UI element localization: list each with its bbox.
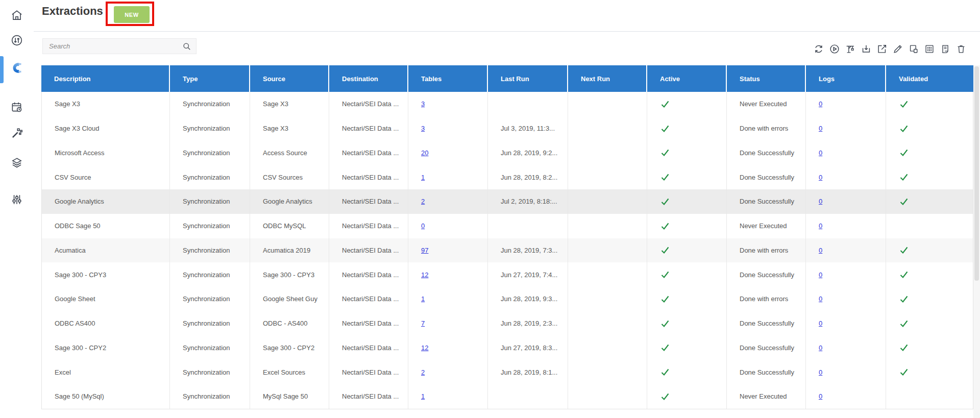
logs-link[interactable]: 0 [819, 198, 822, 205]
logs-link[interactable]: 0 [819, 247, 822, 254]
sidebar-item-tools[interactable] [10, 127, 23, 140]
table-row[interactable]: Sage 300 - CPY2 Synchronization Sage 300… [42, 336, 973, 360]
table-row[interactable]: ODBC Sage 50 Synchronization ODBC MySQL … [42, 214, 973, 238]
tables-link[interactable]: 12 [421, 344, 428, 352]
sidebar-item-transfers[interactable] [10, 34, 23, 47]
validated-check-icon [899, 294, 909, 304]
column-header-description[interactable]: Description [41, 65, 169, 92]
cell-next-run [568, 336, 647, 360]
table-row[interactable]: ODBC AS400 Synchronization ODBC - AS400 … [42, 311, 973, 336]
tables-link[interactable]: 0 [421, 222, 425, 230]
column-header-status[interactable]: Status [726, 65, 805, 92]
tables-link[interactable]: 12 [421, 271, 428, 279]
column-header-source[interactable]: Source [249, 65, 328, 92]
tables-link[interactable]: 1 [421, 174, 425, 181]
sidebar-item-schedules[interactable] [10, 101, 23, 114]
logs-link[interactable]: 0 [819, 319, 822, 327]
logs-link[interactable]: 0 [819, 149, 822, 157]
tables-link[interactable]: 3 [421, 125, 425, 132]
cell-last-run: Jun 27, 2019, 7:4... [487, 262, 568, 287]
column-header-next-run[interactable]: Next Run [567, 65, 646, 92]
tables-link[interactable]: 20 [421, 149, 428, 157]
table-row[interactable]: Sage 50 (MySql) Synchronization MySql Sa… [42, 384, 973, 409]
cell-description: ODBC Sage 50 [42, 214, 169, 238]
cell-type: Synchronization [169, 360, 250, 384]
build-button[interactable] [845, 43, 856, 55]
cell-status: Done with errors [726, 116, 805, 141]
cell-next-run [568, 116, 647, 141]
tables-link[interactable]: 1 [421, 392, 425, 400]
cell-type: Synchronization [169, 262, 250, 287]
import-button[interactable] [861, 43, 872, 55]
tables-link[interactable]: 3 [421, 100, 425, 108]
logs-link[interactable]: 0 [819, 100, 822, 108]
cell-status: Done Successfully [726, 336, 805, 360]
column-header-validated[interactable]: Validated [885, 65, 973, 92]
logs-link[interactable]: 0 [819, 174, 822, 181]
logs-link[interactable]: 0 [819, 222, 822, 230]
table-row[interactable]: Sage 300 - CPY3 Synchronization Sage 300… [42, 262, 973, 287]
table-row[interactable]: CSV Source Synchronization CSV Sources N… [42, 165, 973, 189]
table-row[interactable]: Google Sheet Synchronization Google Shee… [42, 287, 973, 311]
cell-last-run: Jul 3, 2019, 11:3... [487, 116, 568, 141]
search-input[interactable] [43, 39, 196, 54]
table-row[interactable]: Sage X3 Synchronization Sage X3 Nectari/… [42, 92, 973, 116]
table-row[interactable]: Sage X3 Cloud Synchronization Sage X3 Ne… [42, 116, 973, 141]
cell-description: Google Analytics [42, 189, 169, 214]
cell-destination: Nectari/SEI Data ... [329, 165, 408, 189]
sidebar-item-home[interactable] [10, 9, 23, 22]
refresh-button[interactable] [813, 43, 824, 55]
column-header-type[interactable]: Type [169, 65, 249, 92]
sidebar-item-settings[interactable] [10, 193, 23, 206]
logs-link[interactable]: 0 [819, 368, 822, 376]
grid-button[interactable] [924, 43, 935, 55]
log-button[interactable] [940, 43, 951, 55]
tables-link[interactable]: 2 [421, 368, 425, 376]
scrollbar-thumb[interactable] [974, 66, 979, 281]
table-row[interactable]: Google Analytics Synchronization Google … [42, 189, 973, 214]
delete-button[interactable] [955, 43, 967, 55]
cell-status: Done Successfully [726, 262, 805, 287]
cell-source: CSV Sources [250, 165, 329, 189]
search-icon[interactable] [182, 41, 192, 52]
table-row[interactable]: Microsoft Access Synchronization Access … [42, 141, 973, 165]
tables-link[interactable]: 2 [421, 198, 425, 205]
table-body: Sage X3 Synchronization Sage X3 Nectari/… [41, 92, 973, 409]
active-check-icon [660, 367, 670, 377]
cell-type: Synchronization [169, 384, 250, 409]
tables-link[interactable]: 97 [421, 247, 428, 254]
sidebar-item-extractions[interactable] [10, 61, 23, 75]
page-title: Extractions [42, 5, 103, 18]
column-header-destination[interactable]: Destination [328, 65, 407, 92]
run-button[interactable] [829, 43, 840, 55]
logs-link[interactable]: 0 [819, 295, 822, 303]
column-header-logs[interactable]: Logs [805, 65, 885, 92]
table-scrollbar[interactable] [973, 65, 980, 418]
table-row[interactable]: Excel Synchronization Excel Sources Nect… [42, 360, 973, 384]
column-header-tables[interactable]: Tables [407, 65, 487, 92]
logs-link[interactable]: 0 [819, 392, 822, 400]
tables-link[interactable]: 1 [421, 295, 425, 303]
table-row[interactable]: Acumatica Synchronization Acumatica 2019… [42, 238, 973, 263]
layers-icon [10, 156, 23, 169]
edit-button[interactable] [892, 43, 903, 55]
magnet-icon [10, 61, 23, 75]
column-header-last-run[interactable]: Last Run [487, 65, 567, 92]
cell-status: Done with errors [726, 238, 805, 263]
cell-description: CSV Source [42, 165, 169, 189]
cell-source: Sage X3 [250, 92, 329, 116]
highlight-box [106, 2, 154, 26]
column-header-active[interactable]: Active [646, 65, 726, 92]
log-document-icon [940, 43, 951, 55]
active-nav-indicator [0, 56, 4, 83]
table-toolbar [813, 43, 967, 55]
copy-button[interactable] [908, 43, 919, 55]
logs-link[interactable]: 0 [819, 125, 822, 132]
cell-destination: Nectari/SEI Data ... [329, 238, 408, 263]
tables-link[interactable]: 7 [421, 319, 425, 327]
cell-last-run: Jun 28, 2019, 9:3... [487, 287, 568, 311]
export-button[interactable] [876, 43, 888, 55]
logs-link[interactable]: 0 [819, 271, 822, 279]
sidebar-item-layers[interactable] [10, 156, 23, 169]
logs-link[interactable]: 0 [819, 344, 822, 352]
